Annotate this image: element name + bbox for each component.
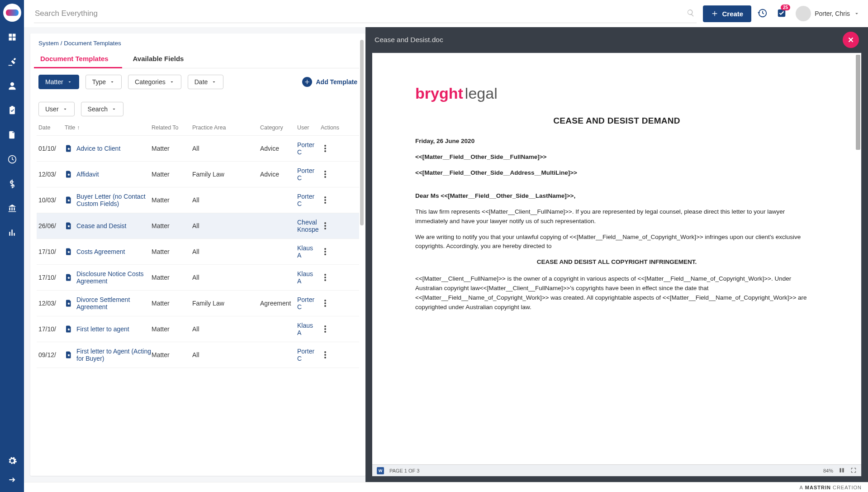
- scrollbar[interactable]: [856, 55, 860, 463]
- dashboard-icon[interactable]: [5, 30, 19, 44]
- row-actions-icon[interactable]: [321, 299, 330, 308]
- tab-document-templates[interactable]: Document Templates: [38, 50, 118, 68]
- user-link[interactable]: PorterC: [297, 167, 321, 182]
- add-template-button[interactable]: Add Template: [302, 77, 357, 87]
- user-link[interactable]: PorterC: [297, 193, 321, 207]
- user-menu[interactable]: Porter, Chris: [796, 6, 860, 21]
- svg-rect-5: [840, 468, 841, 472]
- notification-badge: 25: [781, 5, 790, 10]
- table-row[interactable]: 17/10/Costs AgreementMatterAllKlausA: [37, 239, 359, 265]
- doc-star-icon: [65, 299, 73, 307]
- user-link[interactable]: PorterC: [297, 141, 321, 156]
- topbar: Create 25 Porter, Chris: [24, 0, 868, 27]
- scrollbar[interactable]: [360, 40, 364, 469]
- search-icon[interactable]: [687, 9, 695, 18]
- sort-asc-icon: ↑: [77, 124, 80, 131]
- user-link[interactable]: ChevalKnospe: [297, 219, 321, 233]
- document-icon[interactable]: [5, 128, 19, 142]
- filter-type[interactable]: Type: [85, 75, 122, 89]
- template-link[interactable]: Costs Agreement: [76, 248, 125, 255]
- col-title[interactable]: Title↑: [65, 124, 152, 131]
- col-user[interactable]: User: [297, 124, 321, 131]
- row-actions-icon[interactable]: [321, 144, 330, 153]
- chart-icon[interactable]: [5, 225, 19, 240]
- table-row[interactable]: 10/03/Buyer Letter (no Contact Custom Fi…: [37, 187, 359, 213]
- user-link[interactable]: KlausA: [297, 244, 321, 259]
- person-icon[interactable]: [5, 79, 19, 93]
- table-row[interactable]: 09/12/First letter to Agent (Acting for …: [37, 342, 359, 368]
- cell-practice: All: [192, 248, 260, 255]
- arrow-right-icon[interactable]: [8, 475, 17, 486]
- template-link[interactable]: Divorce Settlement Agreement: [76, 296, 152, 310]
- document-viewer[interactable]: bryghtlegal CEASE AND DESIST DEMAND Frid…: [372, 53, 861, 464]
- row-actions-icon[interactable]: [321, 221, 330, 230]
- row-actions-icon[interactable]: [321, 325, 330, 334]
- filter-date[interactable]: Date: [188, 75, 224, 89]
- row-actions-icon[interactable]: [321, 350, 330, 359]
- user-link[interactable]: KlausA: [297, 322, 321, 336]
- template-link[interactable]: Cease and Desist: [76, 222, 127, 229]
- cell-title: First letter to Agent (Acting for Buyer): [65, 348, 152, 362]
- template-link[interactable]: Buyer Letter (no Contact Custom Fields): [76, 193, 152, 207]
- table-row[interactable]: 01/10/Advice to ClientMatterAllAdvicePor…: [37, 136, 359, 162]
- dollar-icon[interactable]: [5, 177, 19, 191]
- table-row[interactable]: 12/03/Divorce Settlement AgreementMatter…: [37, 291, 359, 316]
- cell-user: PorterC: [297, 348, 321, 362]
- zoom-level: 84%: [823, 468, 833, 473]
- filter-categories[interactable]: Categories: [128, 75, 181, 89]
- close-icon[interactable]: [843, 32, 859, 48]
- user-link[interactable]: PorterC: [297, 348, 321, 362]
- filter-matter[interactable]: Matter: [38, 75, 79, 89]
- filter-user[interactable]: User: [38, 102, 75, 116]
- template-link[interactable]: Affidavit: [76, 171, 99, 178]
- col-category[interactable]: Category: [260, 124, 297, 131]
- row-actions-icon[interactable]: [321, 273, 330, 282]
- filter-search[interactable]: Search: [81, 102, 123, 116]
- clipboard-icon[interactable]: [5, 103, 19, 118]
- user-link[interactable]: KlausA: [297, 270, 321, 285]
- col-practice[interactable]: Practice Area: [192, 124, 260, 131]
- row-actions-icon[interactable]: [321, 170, 330, 179]
- tab-available-fields[interactable]: Available Fields: [131, 50, 193, 68]
- table-row[interactable]: 17/10/First letter to agentMatterAllKlau…: [37, 316, 359, 342]
- breadcrumb[interactable]: System / Document Templates: [37, 40, 359, 50]
- template-link[interactable]: First letter to Agent (Acting for Buyer): [76, 348, 152, 362]
- templates-panel: System / Document Templates Document Tem…: [24, 27, 365, 482]
- search-input[interactable]: [34, 5, 697, 23]
- doc-star-icon: [65, 196, 73, 204]
- template-link[interactable]: Advice to Client: [76, 145, 120, 152]
- cell-practice: All: [192, 222, 260, 229]
- notifications-icon[interactable]: 25: [777, 8, 787, 19]
- cell-related: Matter: [152, 325, 192, 333]
- create-button[interactable]: Create: [703, 5, 751, 22]
- user-link[interactable]: PorterC: [297, 296, 321, 310]
- table-row[interactable]: 12/03/AffidavitMatterFamily LawAdvicePor…: [37, 162, 359, 187]
- app-logo[interactable]: [3, 4, 21, 22]
- cell-related: Matter: [152, 222, 192, 229]
- col-date[interactable]: Date: [38, 124, 65, 131]
- cell-date: 10/03/: [38, 196, 65, 204]
- cell-practice: All: [192, 274, 260, 281]
- word-icon: W: [377, 467, 384, 474]
- gavel-icon[interactable]: [5, 54, 19, 69]
- fullscreen-icon[interactable]: [850, 467, 857, 474]
- gear-icon[interactable]: [7, 456, 17, 467]
- template-link[interactable]: Disclosure Notice Costs Agreement: [76, 270, 152, 285]
- row-actions-icon[interactable]: [321, 247, 330, 256]
- clock-icon[interactable]: [5, 152, 19, 167]
- cell-user: PorterC: [297, 167, 321, 182]
- preview-filename: Cease and Desist.doc: [375, 36, 443, 44]
- table-header: Date Title↑ Related To Practice Area Cat…: [37, 121, 359, 136]
- template-link[interactable]: First letter to agent: [76, 325, 129, 333]
- col-related[interactable]: Related To: [152, 124, 192, 131]
- cell-user: PorterC: [297, 141, 321, 156]
- bank-icon[interactable]: [5, 201, 19, 215]
- cell-related: Matter: [152, 171, 192, 178]
- cell-date: 12/03/: [38, 171, 65, 178]
- table-row[interactable]: 17/10/Disclosure Notice Costs AgreementM…: [37, 265, 359, 291]
- history-icon[interactable]: [758, 8, 768, 19]
- row-actions-icon[interactable]: [321, 196, 330, 205]
- view-mode-icon[interactable]: [839, 467, 845, 474]
- search-wrap: [34, 5, 697, 23]
- table-row[interactable]: 26/06/Cease and DesistMatterAllChevalKno…: [37, 213, 359, 239]
